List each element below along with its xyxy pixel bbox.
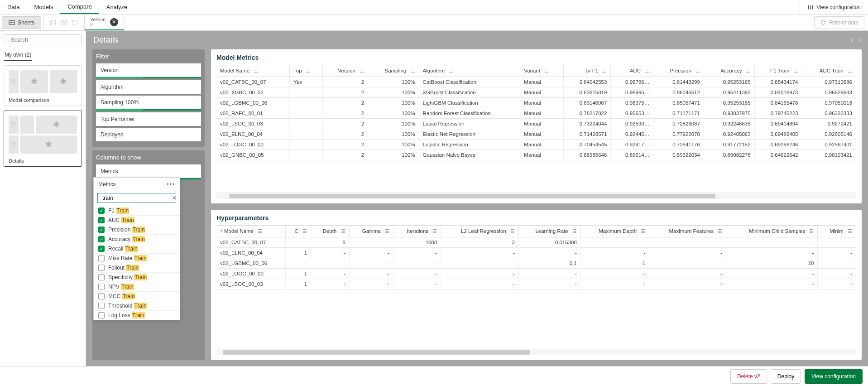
table-row[interactable]: v02_LGBMC_00_06-----0.1-1-20-	[216, 258, 856, 269]
more-icon[interactable]: •••	[167, 181, 175, 188]
column-menu-icon[interactable]: ☰	[718, 228, 722, 234]
selection-back-icon[interactable]	[50, 19, 56, 26]
table-row[interactable]: v02_ELNC_00_041---------	[216, 248, 856, 258]
column-header[interactable]: Model Name ☰	[216, 65, 290, 77]
filter-item[interactable]: Version	[96, 63, 201, 78]
column-menu-icon[interactable]: ☰	[848, 68, 852, 73]
h-scrollbar[interactable]	[216, 349, 856, 355]
metrics-option[interactable]: Log Loss Train	[94, 310, 180, 320]
checkbox[interactable]	[98, 303, 105, 309]
column-header[interactable]: Gamma ☰	[349, 226, 393, 237]
column-menu-icon[interactable]: ☰	[695, 68, 700, 73]
filter-item[interactable]: Deployed	[96, 128, 201, 141]
model-metrics-scroll[interactable]: Model Name ☰Top ☰Version ☰Sampling ☰Algo…	[216, 65, 856, 192]
column-header[interactable]: Depth ☰	[311, 226, 349, 237]
column-menu-icon[interactable]: ☰	[302, 228, 307, 234]
metrics-option[interactable]: Fallout Train	[94, 263, 180, 272]
checkbox[interactable]	[98, 255, 105, 261]
filter-item[interactable]: Sampling 100%	[96, 96, 201, 111]
column-menu-icon[interactable]: ☰	[341, 228, 345, 234]
delete-button[interactable]: Delete v2	[730, 369, 767, 384]
table-row[interactable]: v02_LGBMC_00_062100%LightGBM Classificat…	[216, 98, 856, 108]
reload-button[interactable]: Reload data	[814, 16, 864, 29]
column-header[interactable]: Minim ☰	[818, 226, 856, 237]
metrics-option[interactable]: ✓Accuracy Train	[94, 234, 180, 244]
column-menu-icon[interactable]: ☰	[809, 228, 814, 234]
filter-item[interactable]: Top Performer	[96, 112, 201, 126]
sidebar-search[interactable]	[4, 34, 82, 45]
checkbox[interactable]: ✓	[98, 227, 105, 233]
metrics-option[interactable]: ✓Precision Train	[94, 225, 180, 234]
column-header[interactable]: ↑ Model Name ☰	[216, 226, 285, 237]
nav-tab-models[interactable]: Models	[27, 0, 60, 14]
column-header[interactable]: C ☰	[285, 226, 311, 237]
column-menu-icon[interactable]: ☰	[746, 68, 751, 73]
checkbox[interactable]	[98, 265, 105, 271]
column-header[interactable]: Minimum Child Samples ☰	[726, 226, 818, 237]
checkbox[interactable]: ✓	[98, 246, 105, 252]
column-header[interactable]: AUC Train ☰	[802, 65, 856, 77]
view-configuration-link[interactable]: View configuration	[800, 0, 868, 14]
metrics-search[interactable]: ✕	[97, 193, 176, 203]
chevron-right-icon[interactable]: ›	[858, 35, 861, 45]
column-header[interactable]: Maximum Features ☰	[649, 226, 726, 237]
column-menu-icon[interactable]: ☰	[411, 68, 415, 73]
column-menu-icon[interactable]: ☰	[544, 68, 549, 73]
search-input[interactable]	[11, 37, 79, 43]
column-menu-icon[interactable]: ☰	[848, 228, 852, 234]
table-row[interactable]: v02_LSOC_00_032100%Lasso RegressionManua…	[216, 119, 856, 129]
selection-forward-icon[interactable]	[61, 19, 67, 26]
column-header[interactable]: Algorithm ☰	[419, 65, 520, 77]
metrics-search-input[interactable]	[102, 195, 170, 201]
column-header[interactable]: Accuracy ☰	[704, 65, 754, 77]
column-menu-icon[interactable]: ☰	[306, 68, 311, 73]
metrics-option[interactable]: ✓Recall Train	[94, 244, 180, 253]
column-header[interactable]: Top ☰	[290, 65, 323, 77]
column-header[interactable]: Version ☰	[323, 65, 368, 77]
column-header[interactable]: Sampling ☰	[368, 65, 419, 77]
chevron-left-icon[interactable]: ‹	[851, 35, 854, 45]
column-menu-icon[interactable]: ☰	[385, 228, 389, 234]
checkbox[interactable]	[98, 293, 105, 299]
metrics-option[interactable]: Threshold Train	[94, 301, 180, 310]
column-header[interactable]: Maximum Depth ☰	[580, 226, 649, 237]
sheets-button[interactable]: Sheets	[2, 16, 41, 29]
close-icon[interactable]: ✕	[110, 18, 118, 26]
nav-tab-data[interactable]: Data	[0, 0, 27, 14]
metrics-option[interactable]: NPV Train	[94, 282, 180, 291]
column-header[interactable]: Learning Rate ☰	[518, 226, 580, 237]
table-row[interactable]: v02_CATBC_00_07Yes2100%CatBoost Classifi…	[216, 77, 856, 87]
table-row[interactable]: v02_CATBC_00_07-6-100030.015308----	[216, 237, 856, 248]
column-menu-icon[interactable]: ☰	[432, 228, 437, 234]
column-menu-icon[interactable]: ☰	[360, 68, 364, 73]
table-row[interactable]: v02_GNBC_00_052100%Gaussian Naive BayesM…	[216, 150, 856, 160]
column-menu-icon[interactable]: ☰	[794, 68, 798, 73]
column-menu-icon[interactable]: ☰	[645, 68, 649, 73]
nav-tab-compare[interactable]: Compare	[60, 0, 99, 14]
table-row[interactable]: v02_LOGC_00_001---------	[216, 269, 856, 279]
h-scrollbar[interactable]	[216, 193, 856, 199]
checkbox[interactable]	[98, 274, 105, 280]
metrics-option[interactable]: Specificity Train	[94, 272, 180, 282]
column-header[interactable]: L2 Leaf Regression ☰	[441, 226, 519, 237]
column-menu-icon[interactable]: ☰	[602, 68, 607, 73]
checkbox[interactable]: ✓	[98, 236, 105, 242]
table-row[interactable]: v02_LSOC_00_031---------	[216, 279, 856, 290]
metrics-option[interactable]: MCC Train	[94, 291, 180, 301]
column-header[interactable]: AUC ☰	[611, 65, 653, 77]
column-header[interactable]: F1 Train ☰	[754, 65, 802, 77]
sheet-thumb-model-comparison[interactable]: ✱ ✱ Model comparison	[4, 65, 82, 106]
metrics-option[interactable]: Miss Rate Train	[94, 253, 180, 263]
metrics-option[interactable]: ✓F1 Train	[94, 206, 180, 215]
column-menu-icon[interactable]: ☰	[510, 228, 515, 234]
column-menu-icon[interactable]: ☰	[572, 228, 577, 234]
checkbox[interactable]: ✓	[98, 207, 105, 214]
checkbox[interactable]	[98, 312, 105, 318]
table-row[interactable]: v02_ELNC_00_042100%Elastic Net Regressio…	[216, 129, 856, 140]
column-header[interactable]: Variant ☰	[520, 65, 564, 77]
table-row[interactable]: v02_XGBC_00_022100%XGBoost Classificatio…	[216, 87, 856, 98]
sheet-thumb-details[interactable]: ✱ ✱ Details	[4, 111, 82, 167]
table-row[interactable]: v02_RAFC_00_012100%Random Forest Classif…	[216, 108, 856, 119]
checkbox[interactable]: ✓	[98, 217, 105, 223]
deploy-button[interactable]: Deploy	[771, 369, 801, 384]
